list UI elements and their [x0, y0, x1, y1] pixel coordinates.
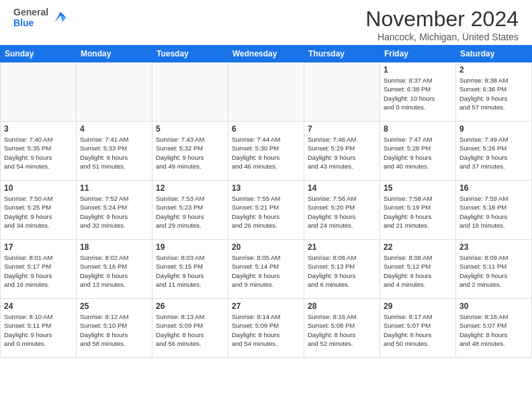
calendar-cell: 10Sunrise: 7:50 AM Sunset: 5:25 PM Dayli… [1, 181, 77, 240]
calendar-cell [304, 62, 380, 122]
calendar-cell [77, 62, 152, 122]
calendar-cell: 15Sunrise: 7:58 AM Sunset: 5:19 PM Dayli… [380, 181, 456, 240]
calendar-cell: 1Sunrise: 8:37 AM Sunset: 6:38 PM Daylig… [380, 62, 456, 122]
location: Hancock, Michigan, United States [365, 32, 519, 42]
calendar-cell: 13Sunrise: 7:55 AM Sunset: 5:21 PM Dayli… [228, 181, 304, 240]
week-row: 10Sunrise: 7:50 AM Sunset: 5:25 PM Dayli… [1, 181, 532, 240]
logo-blue: Blue [13, 17, 48, 28]
day-number: 22 [384, 242, 452, 252]
cell-info: Sunrise: 8:17 AM Sunset: 5:07 PM Dayligh… [384, 312, 452, 348]
cell-info: Sunrise: 7:56 AM Sunset: 5:20 PM Dayligh… [308, 194, 376, 230]
day-number: 15 [384, 183, 452, 193]
day-number: 17 [4, 242, 73, 252]
cell-info: Sunrise: 8:12 AM Sunset: 5:10 PM Dayligh… [80, 312, 148, 348]
day-number: 20 [232, 242, 300, 252]
day-number: 7 [308, 124, 376, 134]
calendar-cell: 6Sunrise: 7:44 AM Sunset: 5:30 PM Daylig… [228, 122, 304, 181]
day-number: 1 [384, 65, 452, 75]
cell-info: Sunrise: 8:10 AM Sunset: 5:11 PM Dayligh… [4, 312, 73, 348]
cell-info: Sunrise: 7:53 AM Sunset: 5:23 PM Dayligh… [156, 194, 224, 230]
day-number: 27 [232, 302, 300, 311]
day-number: 23 [459, 242, 528, 252]
calendar-cell: 24Sunrise: 8:10 AM Sunset: 5:11 PM Dayli… [1, 299, 77, 358]
logo-bird-icon [51, 8, 70, 27]
day-header-saturday: Saturday [456, 46, 532, 62]
cell-info: Sunrise: 7:50 AM Sunset: 5:25 PM Dayligh… [4, 194, 73, 230]
day-number: 8 [384, 124, 452, 134]
calendar-cell: 21Sunrise: 8:06 AM Sunset: 5:13 PM Dayli… [304, 240, 380, 299]
calendar-cell: 11Sunrise: 7:52 AM Sunset: 5:24 PM Dayli… [77, 181, 152, 240]
calendar-cell: 22Sunrise: 8:08 AM Sunset: 5:12 PM Dayli… [380, 240, 456, 299]
calendar-cell [228, 62, 304, 122]
day-header-monday: Monday [77, 46, 152, 62]
cell-info: Sunrise: 8:02 AM Sunset: 5:16 PM Dayligh… [80, 253, 148, 289]
cell-info: Sunrise: 7:46 AM Sunset: 5:29 PM Dayligh… [308, 135, 376, 171]
calendar-body: 1Sunrise: 8:37 AM Sunset: 6:38 PM Daylig… [1, 62, 532, 358]
title-area: November 2024 Hancock, Michigan, United … [365, 7, 519, 42]
calendar-header: SundayMondayTuesdayWednesdayThursdayFrid… [1, 46, 532, 62]
day-number: 28 [308, 302, 376, 311]
cell-info: Sunrise: 8:16 AM Sunset: 5:08 PM Dayligh… [308, 312, 376, 348]
day-number: 4 [80, 124, 148, 134]
calendar-cell: 17Sunrise: 8:01 AM Sunset: 5:17 PM Dayli… [1, 240, 77, 299]
header: General Blue November 2024 Hancock, Mich… [0, 0, 532, 45]
calendar-cell: 5Sunrise: 7:43 AM Sunset: 5:32 PM Daylig… [152, 122, 228, 181]
day-number: 26 [156, 302, 224, 311]
cell-info: Sunrise: 7:40 AM Sunset: 5:35 PM Dayligh… [4, 135, 73, 171]
cell-info: Sunrise: 8:13 AM Sunset: 5:09 PM Dayligh… [156, 312, 224, 348]
day-number: 9 [459, 124, 528, 134]
calendar-cell: 7Sunrise: 7:46 AM Sunset: 5:29 PM Daylig… [304, 122, 380, 181]
day-number: 24 [4, 302, 73, 311]
cell-info: Sunrise: 7:44 AM Sunset: 5:30 PM Dayligh… [232, 135, 300, 171]
calendar-cell: 9Sunrise: 7:49 AM Sunset: 5:26 PM Daylig… [456, 122, 532, 181]
cell-info: Sunrise: 7:43 AM Sunset: 5:32 PM Dayligh… [156, 135, 224, 171]
calendar-cell: 14Sunrise: 7:56 AM Sunset: 5:20 PM Dayli… [304, 181, 380, 240]
calendar-cell: 29Sunrise: 8:17 AM Sunset: 5:07 PM Dayli… [380, 299, 456, 358]
month-title: November 2024 [365, 7, 519, 32]
day-number: 5 [156, 124, 224, 134]
calendar-cell: 4Sunrise: 7:41 AM Sunset: 5:33 PM Daylig… [77, 122, 152, 181]
cell-info: Sunrise: 7:41 AM Sunset: 5:33 PM Dayligh… [80, 135, 148, 171]
calendar-cell: 20Sunrise: 8:05 AM Sunset: 5:14 PM Dayli… [228, 240, 304, 299]
cell-info: Sunrise: 7:52 AM Sunset: 5:24 PM Dayligh… [80, 194, 148, 230]
day-number: 29 [384, 302, 452, 311]
calendar-cell [1, 62, 77, 122]
logo-general: General [13, 7, 48, 17]
day-number: 6 [232, 124, 300, 134]
calendar-cell: 16Sunrise: 7:59 AM Sunset: 5:18 PM Dayli… [456, 181, 532, 240]
day-number: 18 [80, 242, 148, 252]
day-number: 14 [308, 183, 376, 193]
cell-info: Sunrise: 8:01 AM Sunset: 5:17 PM Dayligh… [4, 253, 73, 289]
header-row: SundayMondayTuesdayWednesdayThursdayFrid… [1, 46, 532, 62]
week-row: 24Sunrise: 8:10 AM Sunset: 5:11 PM Dayli… [1, 299, 532, 358]
cell-info: Sunrise: 8:37 AM Sunset: 6:38 PM Dayligh… [384, 76, 452, 111]
cell-info: Sunrise: 8:05 AM Sunset: 5:14 PM Dayligh… [232, 253, 300, 289]
cell-info: Sunrise: 8:18 AM Sunset: 5:07 PM Dayligh… [459, 312, 528, 348]
cell-info: Sunrise: 8:38 AM Sunset: 6:36 PM Dayligh… [459, 76, 528, 111]
day-number: 2 [459, 65, 528, 75]
day-number: 13 [232, 183, 300, 193]
calendar-cell: 25Sunrise: 8:12 AM Sunset: 5:10 PM Dayli… [77, 299, 152, 358]
calendar-cell: 27Sunrise: 8:14 AM Sunset: 5:09 PM Dayli… [228, 299, 304, 358]
calendar: SundayMondayTuesdayWednesdayThursdayFrid… [0, 45, 532, 358]
day-number: 11 [80, 183, 148, 193]
day-number: 10 [4, 183, 73, 193]
cell-info: Sunrise: 8:03 AM Sunset: 5:15 PM Dayligh… [156, 253, 224, 289]
cell-info: Sunrise: 7:59 AM Sunset: 5:18 PM Dayligh… [459, 194, 528, 230]
day-number: 21 [308, 242, 376, 252]
calendar-cell: 2Sunrise: 8:38 AM Sunset: 6:36 PM Daylig… [456, 62, 532, 122]
logo: General Blue [13, 7, 70, 28]
calendar-cell: 18Sunrise: 8:02 AM Sunset: 5:16 PM Dayli… [77, 240, 152, 299]
day-number: 12 [156, 183, 224, 193]
week-row: 3Sunrise: 7:40 AM Sunset: 5:35 PM Daylig… [1, 122, 532, 181]
day-number: 16 [459, 183, 528, 193]
week-row: 1Sunrise: 8:37 AM Sunset: 6:38 PM Daylig… [1, 62, 532, 122]
day-header-friday: Friday [380, 46, 456, 62]
day-header-sunday: Sunday [1, 46, 77, 62]
day-header-tuesday: Tuesday [152, 46, 228, 62]
week-row: 17Sunrise: 8:01 AM Sunset: 5:17 PM Dayli… [1, 240, 532, 299]
cell-info: Sunrise: 8:08 AM Sunset: 5:12 PM Dayligh… [384, 253, 452, 289]
cell-info: Sunrise: 7:49 AM Sunset: 5:26 PM Dayligh… [459, 135, 528, 171]
cell-info: Sunrise: 7:47 AM Sunset: 5:28 PM Dayligh… [384, 135, 452, 171]
calendar-cell: 19Sunrise: 8:03 AM Sunset: 5:15 PM Dayli… [152, 240, 228, 299]
